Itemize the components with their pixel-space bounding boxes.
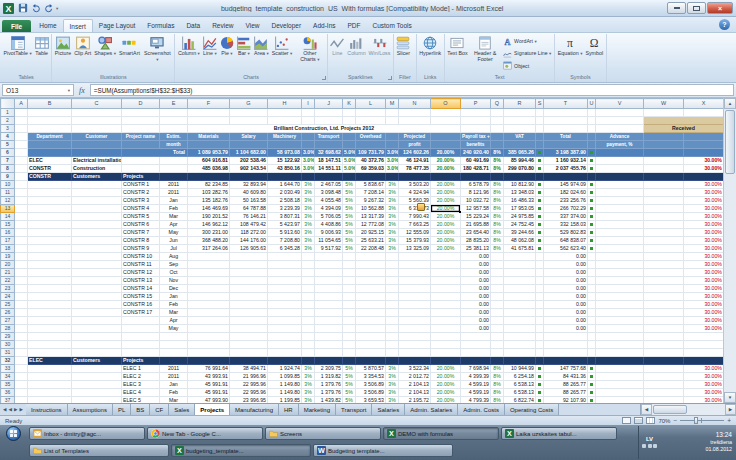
row-header-3[interactable]: 3 xyxy=(1,125,15,133)
cell[interactable]: Jan xyxy=(160,197,188,205)
cell[interactable]: Customers xyxy=(72,173,122,181)
cell[interactable] xyxy=(596,117,644,125)
cell[interactable]: 30.00% xyxy=(684,317,724,325)
cell[interactable] xyxy=(588,261,596,269)
cell[interactable]: 23 996.95 xyxy=(230,397,268,404)
sheet-tab-cf[interactable]: CF xyxy=(150,404,169,415)
cell[interactable] xyxy=(268,341,302,349)
column-header-J[interactable]: J xyxy=(315,99,343,109)
cell[interactable] xyxy=(302,253,315,261)
cell[interactable] xyxy=(268,349,302,357)
cell[interactable] xyxy=(15,309,28,317)
cell[interactable] xyxy=(644,317,684,325)
column-header-B[interactable]: B xyxy=(28,99,72,109)
cell[interactable]: Construction xyxy=(72,165,122,173)
cell[interactable] xyxy=(122,125,160,133)
cell[interactable]: 60 491.69 xyxy=(461,157,491,165)
zoom-level[interactable]: 70% xyxy=(658,418,670,424)
cell[interactable] xyxy=(684,109,724,117)
cell[interactable]: 20.00% xyxy=(431,229,461,237)
cell[interactable]: Total xyxy=(122,149,188,157)
cell[interactable] xyxy=(431,325,461,333)
cell[interactable]: 15 379.93 xyxy=(399,237,431,245)
cell[interactable] xyxy=(268,293,302,301)
taskbar-button-laika-uzskaites-tabul[interactable]: XLaika uzskaites tabul... xyxy=(501,427,617,440)
cell[interactable] xyxy=(356,317,386,325)
cell[interactable] xyxy=(160,165,188,173)
cell[interactable] xyxy=(72,333,122,341)
cell[interactable] xyxy=(536,253,544,261)
cell[interactable] xyxy=(684,141,724,149)
scroll-right-icon[interactable]: ▶ xyxy=(725,404,736,415)
cell[interactable]: 0.00 xyxy=(544,301,588,309)
cell[interactable]: 22 995.96 xyxy=(230,381,268,389)
cell[interactable]: 0.00 xyxy=(461,277,491,285)
cell[interactable]: 2011 xyxy=(160,365,188,373)
cell[interactable]: 3% xyxy=(386,389,399,397)
cell[interactable] xyxy=(596,189,644,197)
cell[interactable] xyxy=(491,301,504,309)
cell[interactable]: 20.00% xyxy=(431,245,461,253)
select-all-corner[interactable] xyxy=(1,99,15,109)
formula-input[interactable]: =SUM(Assumptions!$H$32:$H$33) xyxy=(90,84,734,96)
cell[interactable]: CONSTR 6 xyxy=(122,221,160,229)
taskbar-button-budgeting-template[interactable]: WBudgeting template... xyxy=(313,444,453,457)
cell[interactable]: 8% xyxy=(491,389,504,397)
cell[interactable] xyxy=(15,253,28,261)
cell[interactable] xyxy=(72,373,122,381)
cell[interactable] xyxy=(386,357,399,365)
cell[interactable] xyxy=(72,309,122,317)
cell[interactable] xyxy=(28,213,72,221)
cell[interactable]: 8% xyxy=(491,245,504,253)
row-header-29[interactable]: 29 xyxy=(1,333,15,341)
cell[interactable] xyxy=(491,341,504,349)
cell[interactable] xyxy=(268,173,302,181)
cell[interactable] xyxy=(302,325,315,333)
cell[interactable]: 3 659.53 xyxy=(356,397,386,404)
cell[interactable] xyxy=(343,325,356,333)
cell[interactable]: 20.00% xyxy=(431,213,461,221)
column-header-Q[interactable]: Q xyxy=(491,99,504,109)
cell[interactable] xyxy=(588,285,596,293)
cell[interactable] xyxy=(268,285,302,293)
cell[interactable]: 2 104.13 xyxy=(399,389,431,397)
cell[interactable]: 30.00% xyxy=(684,389,724,397)
cell[interactable] xyxy=(536,349,544,357)
cell[interactable] xyxy=(684,357,724,365)
cell[interactable] xyxy=(588,197,596,205)
cell[interactable]: 0.00 xyxy=(544,325,588,333)
sheet-tab-bs[interactable]: BS xyxy=(131,404,150,415)
cell[interactable] xyxy=(536,341,544,349)
cell[interactable]: CONSTR 17 xyxy=(122,309,160,317)
cell[interactable] xyxy=(356,117,386,125)
cell[interactable] xyxy=(536,293,544,301)
cell[interactable] xyxy=(188,269,230,277)
cell[interactable]: 14 551.11 xyxy=(315,165,343,173)
cell[interactable]: 3% xyxy=(386,205,399,213)
cell[interactable]: 69 359.03 xyxy=(356,165,386,173)
cell[interactable]: 332 158.03 xyxy=(544,221,588,229)
cell[interactable] xyxy=(315,293,343,301)
cell[interactable] xyxy=(28,197,72,205)
cell[interactable] xyxy=(72,229,122,237)
prev-sheet-icon[interactable]: ◀ xyxy=(8,407,11,412)
cell[interactable] xyxy=(399,341,431,349)
cell[interactable] xyxy=(160,117,188,125)
cell[interactable]: 0.00 xyxy=(461,269,491,277)
column-header-R[interactable]: R xyxy=(504,99,536,109)
maximize-button[interactable] xyxy=(687,2,706,14)
cell[interactable]: Transport xyxy=(315,133,343,141)
column-header-W[interactable]: W xyxy=(644,99,684,109)
cell[interactable] xyxy=(596,381,644,389)
cell[interactable] xyxy=(15,269,28,277)
cell[interactable] xyxy=(343,269,356,277)
cell[interactable] xyxy=(588,317,596,325)
cell[interactable] xyxy=(356,253,386,261)
cell[interactable]: 8% xyxy=(491,149,504,157)
cell[interactable]: 0.00 xyxy=(544,285,588,293)
cell[interactable] xyxy=(302,133,315,141)
picture-button[interactable]: Picture xyxy=(53,34,73,73)
cell[interactable] xyxy=(386,173,399,181)
cell[interactable] xyxy=(536,181,544,189)
cell[interactable] xyxy=(160,173,188,181)
